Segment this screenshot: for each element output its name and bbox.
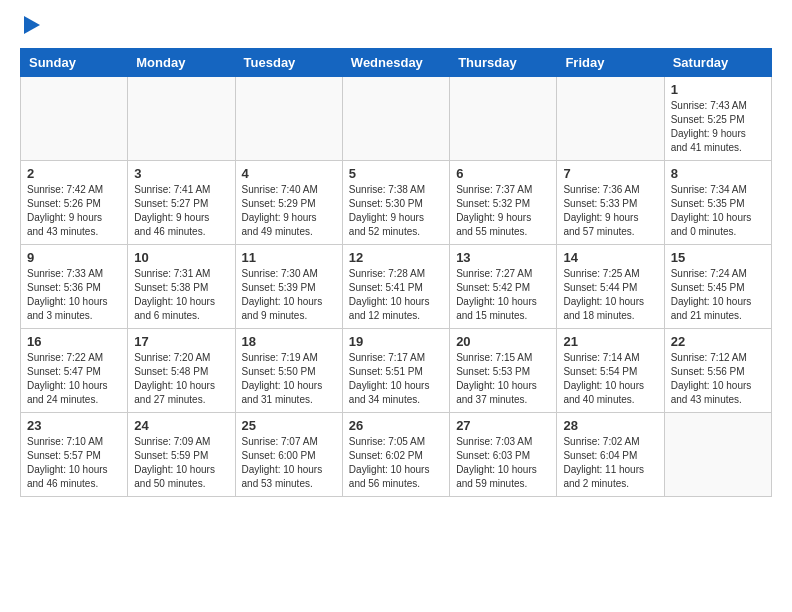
calendar-week-3: 9Sunrise: 7:33 AM Sunset: 5:36 PM Daylig… <box>21 245 772 329</box>
day-number: 13 <box>456 250 550 265</box>
calendar-day-4: 4Sunrise: 7:40 AM Sunset: 5:29 PM Daylig… <box>235 161 342 245</box>
calendar-day-20: 20Sunrise: 7:15 AM Sunset: 5:53 PM Dayli… <box>450 329 557 413</box>
calendar-day-13: 13Sunrise: 7:27 AM Sunset: 5:42 PM Dayli… <box>450 245 557 329</box>
day-detail: Sunrise: 7:28 AM Sunset: 5:41 PM Dayligh… <box>349 267 443 323</box>
weekday-header-sunday: Sunday <box>21 49 128 77</box>
logo <box>20 20 40 38</box>
day-detail: Sunrise: 7:14 AM Sunset: 5:54 PM Dayligh… <box>563 351 657 407</box>
day-number: 6 <box>456 166 550 181</box>
weekday-header-thursday: Thursday <box>450 49 557 77</box>
weekday-header-friday: Friday <box>557 49 664 77</box>
day-detail: Sunrise: 7:24 AM Sunset: 5:45 PM Dayligh… <box>671 267 765 323</box>
day-number: 8 <box>671 166 765 181</box>
calendar-day-6: 6Sunrise: 7:37 AM Sunset: 5:32 PM Daylig… <box>450 161 557 245</box>
day-number: 1 <box>671 82 765 97</box>
day-number: 16 <box>27 334 121 349</box>
day-number: 17 <box>134 334 228 349</box>
calendar-day-17: 17Sunrise: 7:20 AM Sunset: 5:48 PM Dayli… <box>128 329 235 413</box>
weekday-header-saturday: Saturday <box>664 49 771 77</box>
calendar-day-18: 18Sunrise: 7:19 AM Sunset: 5:50 PM Dayli… <box>235 329 342 413</box>
day-detail: Sunrise: 7:12 AM Sunset: 5:56 PM Dayligh… <box>671 351 765 407</box>
day-number: 2 <box>27 166 121 181</box>
day-number: 7 <box>563 166 657 181</box>
calendar-day-9: 9Sunrise: 7:33 AM Sunset: 5:36 PM Daylig… <box>21 245 128 329</box>
day-number: 15 <box>671 250 765 265</box>
weekday-header-monday: Monday <box>128 49 235 77</box>
calendar-day-11: 11Sunrise: 7:30 AM Sunset: 5:39 PM Dayli… <box>235 245 342 329</box>
calendar-day-16: 16Sunrise: 7:22 AM Sunset: 5:47 PM Dayli… <box>21 329 128 413</box>
calendar-day-24: 24Sunrise: 7:09 AM Sunset: 5:59 PM Dayli… <box>128 413 235 497</box>
calendar-day-25: 25Sunrise: 7:07 AM Sunset: 6:00 PM Dayli… <box>235 413 342 497</box>
day-number: 23 <box>27 418 121 433</box>
day-number: 14 <box>563 250 657 265</box>
calendar-day-22: 22Sunrise: 7:12 AM Sunset: 5:56 PM Dayli… <box>664 329 771 413</box>
day-number: 28 <box>563 418 657 433</box>
day-detail: Sunrise: 7:34 AM Sunset: 5:35 PM Dayligh… <box>671 183 765 239</box>
page-header <box>20 20 772 38</box>
calendar-week-2: 2Sunrise: 7:42 AM Sunset: 5:26 PM Daylig… <box>21 161 772 245</box>
day-detail: Sunrise: 7:25 AM Sunset: 5:44 PM Dayligh… <box>563 267 657 323</box>
day-detail: Sunrise: 7:19 AM Sunset: 5:50 PM Dayligh… <box>242 351 336 407</box>
day-detail: Sunrise: 7:30 AM Sunset: 5:39 PM Dayligh… <box>242 267 336 323</box>
calendar-day-5: 5Sunrise: 7:38 AM Sunset: 5:30 PM Daylig… <box>342 161 449 245</box>
calendar-day-27: 27Sunrise: 7:03 AM Sunset: 6:03 PM Dayli… <box>450 413 557 497</box>
calendar-day-7: 7Sunrise: 7:36 AM Sunset: 5:33 PM Daylig… <box>557 161 664 245</box>
day-number: 20 <box>456 334 550 349</box>
day-detail: Sunrise: 7:36 AM Sunset: 5:33 PM Dayligh… <box>563 183 657 239</box>
day-detail: Sunrise: 7:09 AM Sunset: 5:59 PM Dayligh… <box>134 435 228 491</box>
day-detail: Sunrise: 7:17 AM Sunset: 5:51 PM Dayligh… <box>349 351 443 407</box>
day-detail: Sunrise: 7:31 AM Sunset: 5:38 PM Dayligh… <box>134 267 228 323</box>
day-detail: Sunrise: 7:10 AM Sunset: 5:57 PM Dayligh… <box>27 435 121 491</box>
day-detail: Sunrise: 7:05 AM Sunset: 6:02 PM Dayligh… <box>349 435 443 491</box>
day-detail: Sunrise: 7:20 AM Sunset: 5:48 PM Dayligh… <box>134 351 228 407</box>
day-number: 18 <box>242 334 336 349</box>
calendar-day-3: 3Sunrise: 7:41 AM Sunset: 5:27 PM Daylig… <box>128 161 235 245</box>
weekday-header-wednesday: Wednesday <box>342 49 449 77</box>
calendar-day-21: 21Sunrise: 7:14 AM Sunset: 5:54 PM Dayli… <box>557 329 664 413</box>
calendar-day-empty <box>21 77 128 161</box>
day-detail: Sunrise: 7:43 AM Sunset: 5:25 PM Dayligh… <box>671 99 765 155</box>
calendar-day-12: 12Sunrise: 7:28 AM Sunset: 5:41 PM Dayli… <box>342 245 449 329</box>
calendar-day-empty <box>557 77 664 161</box>
calendar-day-empty <box>450 77 557 161</box>
day-number: 21 <box>563 334 657 349</box>
calendar-day-19: 19Sunrise: 7:17 AM Sunset: 5:51 PM Dayli… <box>342 329 449 413</box>
calendar-day-26: 26Sunrise: 7:05 AM Sunset: 6:02 PM Dayli… <box>342 413 449 497</box>
day-number: 10 <box>134 250 228 265</box>
calendar-header-row: SundayMondayTuesdayWednesdayThursdayFrid… <box>21 49 772 77</box>
calendar-week-5: 23Sunrise: 7:10 AM Sunset: 5:57 PM Dayli… <box>21 413 772 497</box>
day-number: 19 <box>349 334 443 349</box>
day-detail: Sunrise: 7:41 AM Sunset: 5:27 PM Dayligh… <box>134 183 228 239</box>
calendar-day-1: 1Sunrise: 7:43 AM Sunset: 5:25 PM Daylig… <box>664 77 771 161</box>
day-detail: Sunrise: 7:42 AM Sunset: 5:26 PM Dayligh… <box>27 183 121 239</box>
day-number: 11 <box>242 250 336 265</box>
day-detail: Sunrise: 7:02 AM Sunset: 6:04 PM Dayligh… <box>563 435 657 491</box>
calendar-day-28: 28Sunrise: 7:02 AM Sunset: 6:04 PM Dayli… <box>557 413 664 497</box>
calendar-day-10: 10Sunrise: 7:31 AM Sunset: 5:38 PM Dayli… <box>128 245 235 329</box>
day-number: 5 <box>349 166 443 181</box>
day-detail: Sunrise: 7:40 AM Sunset: 5:29 PM Dayligh… <box>242 183 336 239</box>
logo-triangle-icon <box>24 16 40 34</box>
calendar-day-8: 8Sunrise: 7:34 AM Sunset: 5:35 PM Daylig… <box>664 161 771 245</box>
calendar-day-23: 23Sunrise: 7:10 AM Sunset: 5:57 PM Dayli… <box>21 413 128 497</box>
day-number: 24 <box>134 418 228 433</box>
day-detail: Sunrise: 7:38 AM Sunset: 5:30 PM Dayligh… <box>349 183 443 239</box>
calendar-day-empty <box>664 413 771 497</box>
day-detail: Sunrise: 7:33 AM Sunset: 5:36 PM Dayligh… <box>27 267 121 323</box>
day-number: 9 <box>27 250 121 265</box>
calendar-day-14: 14Sunrise: 7:25 AM Sunset: 5:44 PM Dayli… <box>557 245 664 329</box>
day-number: 4 <box>242 166 336 181</box>
day-detail: Sunrise: 7:37 AM Sunset: 5:32 PM Dayligh… <box>456 183 550 239</box>
day-number: 22 <box>671 334 765 349</box>
calendar-week-4: 16Sunrise: 7:22 AM Sunset: 5:47 PM Dayli… <box>21 329 772 413</box>
weekday-header-tuesday: Tuesday <box>235 49 342 77</box>
day-detail: Sunrise: 7:07 AM Sunset: 6:00 PM Dayligh… <box>242 435 336 491</box>
day-detail: Sunrise: 7:03 AM Sunset: 6:03 PM Dayligh… <box>456 435 550 491</box>
day-number: 25 <box>242 418 336 433</box>
day-number: 12 <box>349 250 443 265</box>
calendar-table: SundayMondayTuesdayWednesdayThursdayFrid… <box>20 48 772 497</box>
calendar-day-empty <box>235 77 342 161</box>
calendar-day-2: 2Sunrise: 7:42 AM Sunset: 5:26 PM Daylig… <box>21 161 128 245</box>
day-number: 27 <box>456 418 550 433</box>
day-detail: Sunrise: 7:15 AM Sunset: 5:53 PM Dayligh… <box>456 351 550 407</box>
